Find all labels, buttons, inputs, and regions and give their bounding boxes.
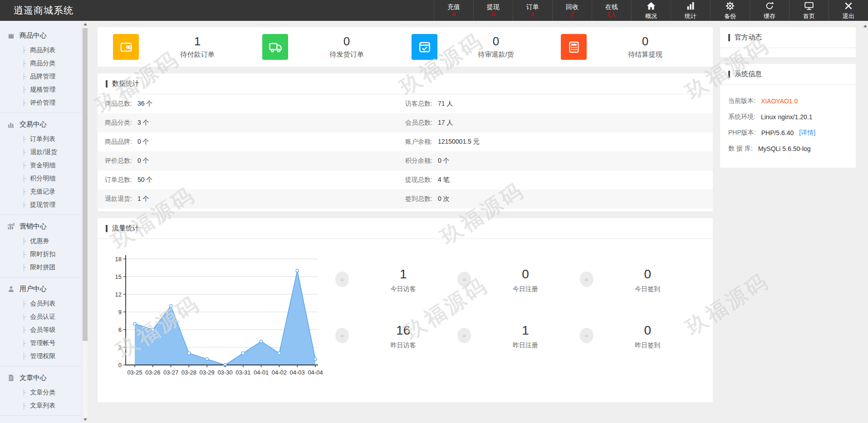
svg-text:0: 0 (118, 362, 122, 369)
sidebar-item-product-category[interactable]: 商品分类 (0, 57, 88, 70)
svg-text:03-29: 03-29 (200, 369, 215, 376)
svg-text:9: 9 (118, 309, 122, 316)
stat-row: 商品品牌:0 个 账户余额:12150001.5 元 (98, 132, 713, 151)
sidebar-item-fund-detail[interactable]: 资金明细 (0, 159, 88, 172)
metric-yesterday-visitors: = 16昨日访客 (335, 323, 457, 350)
trend-icon (7, 222, 15, 230)
sidebar-item-article-list[interactable]: 文章列表 (0, 399, 88, 412)
topbar-item-label: 概况 (645, 12, 657, 20)
refresh-icon (765, 1, 775, 11)
topbar-item-label: 提现 (487, 3, 500, 11)
sidebar-item-member-list[interactable]: 会员列表 (0, 297, 88, 310)
topbar-item-recharge[interactable]: 充值 0 (434, 0, 473, 21)
topbar-item-count: 1人 (607, 11, 616, 18)
sidebar-item-member-level[interactable]: 会员等级 (0, 323, 88, 336)
summary-value: 0 (288, 35, 405, 48)
sidebar-item-refund[interactable]: 退款/退货 (0, 146, 88, 159)
stat-value: 0 个 (438, 157, 450, 165)
topbar-item-cache[interactable]: 缓存 (750, 0, 789, 21)
sidebar-group-header[interactable]: 控制面板 (0, 419, 88, 423)
home-icon (646, 1, 656, 11)
php-detail-link[interactable]: [详情] (799, 129, 815, 137)
traffic-metrics: = 1今日访客 = 0今日注册 = 0今日签到 = (335, 252, 702, 384)
stat-label: 订单总数: (105, 176, 132, 184)
section-title: 系统信息 (735, 70, 762, 78)
sidebar-item-flash-discount[interactable]: 限时折扣 (0, 248, 88, 261)
topbar-item-backup[interactable]: 备份 (710, 0, 750, 21)
sidebar-item-points-detail[interactable]: 积分明细 (0, 172, 88, 185)
topbar-item-label: 订单 (526, 3, 539, 11)
metric-value: 0 (593, 323, 702, 338)
sidebar-scrollbar-thumb[interactable] (83, 28, 88, 341)
sidebar-item-coupon[interactable]: 优惠券 (0, 234, 88, 248)
equals-icon: = (580, 272, 593, 287)
summary-label: 待发货订单 (288, 50, 405, 59)
metric-label: 今日访客 (349, 285, 457, 293)
card-header: 数据统计 (98, 73, 713, 94)
sidebar-group-header[interactable]: 文章中心 (0, 370, 88, 386)
topbar-item-label: 退出 (843, 12, 854, 20)
sidebar-item-withdraw-manage[interactable]: 提现管理 (0, 198, 88, 211)
sidebar-item-order-list[interactable]: 订单列表 (0, 132, 88, 146)
sysinfo-row-version: 当前版本: XIAOYAO1.0 (728, 97, 848, 105)
sidebar-scrollbar[interactable] (82, 21, 88, 423)
sidebar-item-brand-manage[interactable]: 品牌管理 (0, 70, 88, 83)
summary-value: 1 (139, 35, 256, 48)
stat-label: 账户余额: (405, 138, 432, 146)
svg-text:3: 3 (118, 344, 122, 351)
summary-value: 0 (587, 35, 704, 48)
svg-text:03-30: 03-30 (217, 369, 232, 376)
sidebar-item-member-verify[interactable]: 会员认证 (0, 310, 88, 323)
sidebar-group-header[interactable]: 交易中心 (0, 116, 88, 132)
summary-value: 0 (437, 35, 554, 48)
svg-text:03-25: 03-25 (127, 369, 142, 376)
topbar-item-recycle[interactable]: 回收 2 (552, 0, 592, 21)
sidebar-item-recharge-record[interactable]: 充值记录 (0, 185, 88, 198)
metric-today-registrations: = 0今日注册 (457, 267, 579, 293)
topbar-item-overview[interactable]: 概况 (631, 0, 671, 21)
header-bar (106, 80, 108, 88)
sidebar-item-product-list[interactable]: 商品列表 (0, 44, 88, 57)
stat-label: 签到总数: (405, 195, 432, 203)
sidebar-item-review-manage[interactable]: 评价管理 (0, 96, 88, 109)
calculator-icon (561, 34, 587, 60)
sysinfo-label: 当前版本: (728, 97, 755, 105)
card-header: 官方动态 (720, 27, 856, 48)
card-header: 流量统计 (98, 218, 713, 239)
sidebar-item-admin-permission[interactable]: 管理权限 (0, 350, 88, 363)
page-scroll-up-icon[interactable] (862, 23, 868, 29)
metric-label: 昨日访客 (349, 341, 457, 350)
svg-text:6: 6 (118, 326, 122, 333)
sidebar-group-header[interactable]: 商品中心 (0, 27, 88, 44)
topbar-item-logout[interactable]: 退出 (829, 0, 868, 21)
topbar-item-homepage[interactable]: 首页 (789, 0, 829, 21)
stat-value: 0 次 (438, 195, 450, 203)
topbar-item-orders[interactable]: 订单 1 (513, 0, 552, 21)
sidebar-group-header[interactable]: 用户中心 (0, 281, 88, 297)
sidebar-item-article-category[interactable]: 文章分类 (0, 386, 88, 399)
topbar-item-label: 在线 (605, 3, 618, 11)
sysinfo-value: XIAOYAO1.0 (761, 97, 798, 105)
metric-today-checkins: = 0今日签到 (580, 267, 702, 293)
sidebar-group-products: 商品中心 商品列表 商品分类 品牌管理 规格管理 评价管理 (0, 24, 88, 113)
topbar-item-label: 回收 (566, 3, 579, 11)
svg-text:04-03: 04-03 (290, 369, 305, 376)
topbar-item-withdraw[interactable]: 提现 0 (473, 0, 513, 21)
stat-value: 12150001.5 元 (438, 138, 480, 146)
main-content: 1 待付款订单 0 待发货订单 (88, 21, 868, 423)
article-icon (7, 374, 15, 382)
summary-tile-unpaid-orders: 1 待付款订单 (107, 34, 256, 60)
sidebar-item-spec-manage[interactable]: 规格管理 (0, 83, 88, 96)
stat-value: 4 笔 (438, 176, 450, 184)
sidebar-group-header[interactable]: 营销中心 (0, 218, 88, 234)
topbar-item-stats[interactable]: 统计 (671, 0, 710, 21)
topbar-item-online[interactable]: 在线 1人 (592, 0, 631, 21)
sidebar-item-admin-account[interactable]: 管理帐号 (0, 336, 88, 350)
metric-value: 0 (471, 267, 579, 282)
traffic-card: 流量统计 036912151803-2503-2603-2703-2803-29… (98, 218, 713, 402)
scroll-up-icon[interactable] (82, 21, 88, 28)
sidebar-group-trade: 交易中心 订单列表 退款/退货 资金明细 积分明细 充值记录 提现管理 (0, 113, 88, 215)
sidebar-item-group-buy[interactable]: 限时拼团 (0, 261, 88, 274)
stat-label: 退款退货: (105, 195, 132, 203)
scroll-down-icon[interactable] (82, 416, 88, 423)
